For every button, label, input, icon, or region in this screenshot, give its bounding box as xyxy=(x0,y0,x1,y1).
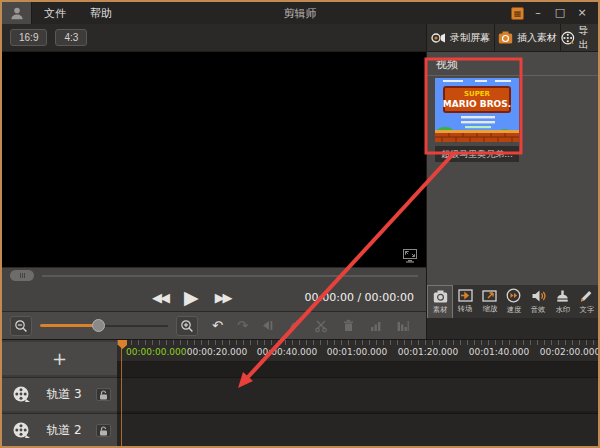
export-button[interactable]: 导出 xyxy=(561,24,598,51)
tab-scale-label: 缩放 xyxy=(483,304,497,314)
user-avatar[interactable] xyxy=(2,2,32,24)
aspect-4-3-button[interactable]: 4:3 xyxy=(55,29,87,46)
seek-handle[interactable] xyxy=(10,270,34,281)
tab-watermark[interactable]: 水印 xyxy=(550,285,574,318)
record-screen-button[interactable]: 录制屏幕 xyxy=(427,24,495,51)
ruler-label: 00:01:20.000 xyxy=(398,347,458,357)
zoom-out-icon xyxy=(14,319,28,333)
menu-file[interactable]: 文件 xyxy=(32,6,78,21)
section-label-video: 视频 xyxy=(427,52,598,76)
zoom-in-button[interactable] xyxy=(176,316,198,336)
ruler-label: 00:02:00.000 xyxy=(540,347,600,357)
tab-text-label: 文字 xyxy=(580,304,594,314)
clip-caption: 超级马里奥兄弟... xyxy=(435,146,519,162)
minimize-button[interactable]: – xyxy=(530,6,546,20)
material-icon xyxy=(433,290,448,303)
add-track-button[interactable]: + xyxy=(2,342,117,375)
thumb-title-line2: MARIO BROS. xyxy=(443,99,511,109)
timeline-lane-2[interactable] xyxy=(117,413,598,447)
ruler-label: 00:00:20.000 xyxy=(187,347,247,357)
track-header-2[interactable]: 轨道 2 xyxy=(2,413,117,447)
timeline-lane-3[interactable] xyxy=(117,377,598,411)
track-header-panel: + 轨道 3 轨道 2 xyxy=(2,340,117,447)
track-label: 轨道 3 xyxy=(32,386,96,403)
menu-help[interactable]: 帮助 xyxy=(78,6,124,21)
aspect-16-9-button[interactable]: 16:9 xyxy=(10,29,47,46)
media-library: 视频 SUPER MARIO BROS. 超级马里奥 xyxy=(427,52,598,285)
window-controls: ▦ – □ × xyxy=(511,6,598,20)
tab-sound-label: 音效 xyxy=(531,304,545,314)
trim-right-icon[interactable] xyxy=(287,318,302,333)
thumb-title-line1: SUPER xyxy=(464,90,491,98)
panel-header-buttons: 录制屏幕 插入素材 导出 xyxy=(427,24,598,52)
app-window: 文件 帮助 剪辑师 ▦ – □ × 16:9 4:3 ◀◀ ▶ ▶▶ xyxy=(0,0,600,448)
tab-watermark-label: 水印 xyxy=(555,304,569,314)
maximize-button[interactable]: □ xyxy=(552,6,568,20)
close-button[interactable]: × xyxy=(574,6,590,20)
rewind-button[interactable]: ◀◀ xyxy=(152,290,168,305)
seek-bar xyxy=(2,267,426,283)
tab-speed[interactable]: 速度 xyxy=(502,285,526,318)
timeline-tracks-area: 00:00:00.000 00:00:20.000 00:00:40.000 0… xyxy=(117,340,598,447)
timeline-ruler[interactable]: 00:00:00.000 00:00:20.000 00:00:40.000 0… xyxy=(117,340,598,362)
undo-button[interactable]: ↶ xyxy=(212,318,223,333)
lock-icon[interactable] xyxy=(96,388,111,401)
play-button[interactable]: ▶ xyxy=(184,286,199,308)
media-clip-card[interactable]: SUPER MARIO BROS. 超级马里奥兄弟... xyxy=(435,78,519,162)
playhead-line xyxy=(121,340,122,447)
transport-controls: ◀◀ ▶ ▶▶ 00:00:00 / 00:00:00 xyxy=(2,283,426,311)
aspect-ratio-bar: 16:9 4:3 xyxy=(2,24,426,52)
delete-icon[interactable] xyxy=(341,318,356,333)
insert-media-button[interactable]: 插入素材 xyxy=(495,24,561,51)
zoom-in-icon xyxy=(180,319,194,333)
camera-icon xyxy=(498,31,513,44)
tab-transition[interactable]: 转场 xyxy=(453,285,477,318)
film-reel-icon xyxy=(12,385,32,405)
ruler-label: 00:01:00.000 xyxy=(327,347,387,357)
tab-transition-label: 转场 xyxy=(458,304,472,314)
title-bar: 文件 帮助 剪辑师 ▦ – □ × xyxy=(2,2,598,24)
export-label: 导出 xyxy=(579,24,598,52)
fullscreen-icon[interactable] xyxy=(402,248,418,263)
tab-material[interactable]: 素材 xyxy=(427,285,453,318)
film-reel-icon xyxy=(12,421,32,441)
slider-knob[interactable] xyxy=(92,319,105,332)
transition-icon xyxy=(458,289,473,302)
camcorder-icon xyxy=(431,32,446,44)
trim-left-icon[interactable] xyxy=(260,318,275,333)
scale-icon xyxy=(482,289,497,302)
cut-icon[interactable] xyxy=(314,318,329,333)
right-panel: 录制屏幕 插入素材 导出 视频 SUPER MARIO BROS. xyxy=(426,24,598,339)
seek-track[interactable] xyxy=(42,275,418,277)
ruler-label: 00:01:40.000 xyxy=(469,347,529,357)
tab-scale[interactable]: 缩放 xyxy=(478,285,502,318)
tool-tabs: 素材 转场 缩放 速度 音效 水印 xyxy=(427,285,599,318)
speed-icon xyxy=(506,288,521,303)
timeline-lanes[interactable] xyxy=(117,362,598,447)
speaker-icon xyxy=(531,289,546,303)
edit-toolbar: ↶ ↷ xyxy=(2,311,426,339)
tab-text[interactable]: 文字 xyxy=(575,285,599,318)
panel-filler xyxy=(427,318,599,339)
mario-thumbnail: SUPER MARIO BROS. xyxy=(435,78,519,142)
pencil-icon xyxy=(579,289,594,303)
tab-sound[interactable]: 音效 xyxy=(526,285,550,318)
tab-speed-label: 速度 xyxy=(507,305,521,315)
fade-out-icon[interactable] xyxy=(395,318,410,333)
theme-icon[interactable]: ▦ xyxy=(511,7,524,20)
fade-in-icon[interactable] xyxy=(368,318,383,333)
zoom-out-button[interactable] xyxy=(10,316,32,336)
redo-button[interactable]: ↷ xyxy=(237,318,248,333)
video-preview[interactable] xyxy=(2,52,426,267)
track-header-3[interactable]: 轨道 3 xyxy=(2,377,117,411)
timeline: + 轨道 3 轨道 2 00:00:00.000 00:00:20.000 00… xyxy=(2,339,598,446)
forward-button[interactable]: ▶▶ xyxy=(215,290,231,305)
stamp-icon xyxy=(555,289,570,303)
track-label: 轨道 2 xyxy=(32,422,96,439)
current-time-label: 00:00:00.000 xyxy=(126,347,186,357)
timeline-zoom-slider[interactable] xyxy=(40,316,168,336)
film-reel-icon xyxy=(561,31,575,45)
person-icon xyxy=(10,6,24,20)
tab-material-label: 素材 xyxy=(433,304,447,314)
lock-icon[interactable] xyxy=(96,424,111,437)
